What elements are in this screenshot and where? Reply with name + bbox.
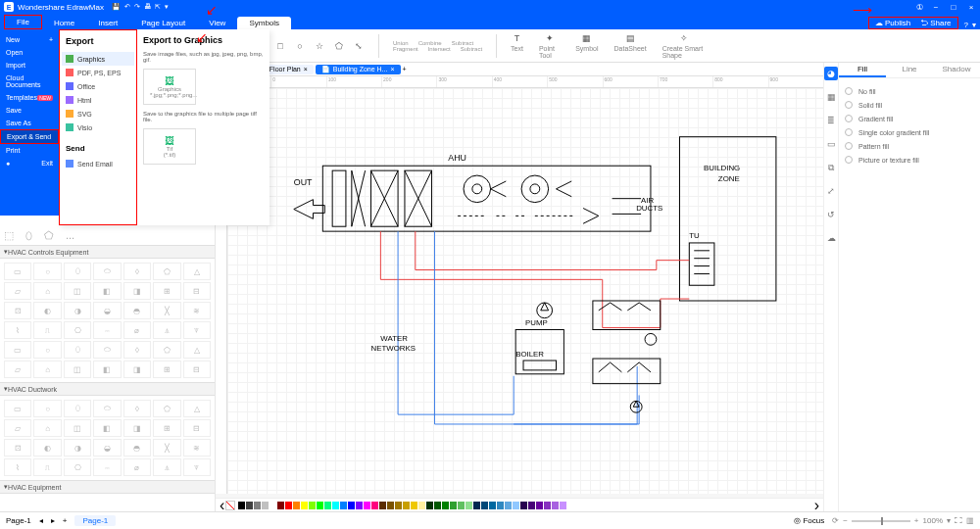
share-button[interactable]: ⮌Share xyxy=(916,18,955,28)
rail-history-icon[interactable]: ↺ xyxy=(824,208,838,221)
color-swatch[interactable] xyxy=(277,502,284,509)
backstage-open[interactable]: Open xyxy=(0,46,59,59)
fullscreen-icon[interactable]: ⛶ xyxy=(955,516,962,525)
color-swatch[interactable] xyxy=(364,502,370,509)
lib-shape-cell[interactable]: ⎓ xyxy=(93,458,121,476)
lib-shape-cell[interactable]: ⍋ xyxy=(153,458,180,476)
color-swatch[interactable] xyxy=(379,502,386,509)
publish-button[interactable]: ☁Publish xyxy=(871,18,914,28)
fill-opt-solid[interactable]: Solid fill xyxy=(845,98,974,112)
backstage-import[interactable]: Import xyxy=(0,59,59,72)
backstage-save[interactable]: Save xyxy=(0,104,59,117)
lib-shape-cell[interactable]: ◒ xyxy=(93,302,121,319)
lib-shape-cell[interactable]: ◫ xyxy=(64,361,91,378)
lib-shape-cell[interactable]: ⬭ xyxy=(93,400,121,417)
lib-shape-cell[interactable]: ⌀ xyxy=(123,321,151,339)
lib-shape-cell[interactable]: ⌇ xyxy=(4,321,31,339)
backstage-exit[interactable]: ● Exit xyxy=(0,157,59,169)
lib-shape-cell[interactable]: ⎔ xyxy=(64,321,91,339)
lib-shape-cell[interactable]: ◊ xyxy=(123,341,151,359)
color-swatch[interactable] xyxy=(254,502,261,509)
export-opt-html[interactable]: Html xyxy=(62,93,134,107)
color-swatch[interactable] xyxy=(270,502,276,509)
lib-shape-cell[interactable]: ◧ xyxy=(93,282,121,300)
close-icon[interactable]: × xyxy=(304,66,308,72)
color-swatch[interactable] xyxy=(340,502,347,509)
color-swatch[interactable] xyxy=(544,502,551,509)
qat-print-icon[interactable]: 🖶 xyxy=(144,3,151,11)
color-swatch[interactable] xyxy=(309,502,316,509)
add-page-button[interactable]: + xyxy=(63,516,68,525)
panels-icon[interactable]: ▥ xyxy=(966,516,974,525)
rail-style-icon[interactable]: ◕ xyxy=(824,67,838,80)
color-swatch[interactable] xyxy=(513,502,519,509)
lib-shape-cell[interactable]: ⬠ xyxy=(153,341,180,359)
export-opt-graphics[interactable]: Graphics xyxy=(62,52,134,66)
tab-insert[interactable]: Insert xyxy=(86,17,129,29)
shape-rect-icon[interactable]: □ xyxy=(274,40,286,52)
color-swatch[interactable] xyxy=(395,502,402,509)
datasheet-tool-icon[interactable]: ▤ xyxy=(624,32,636,44)
user-badge-icon[interactable]: ① xyxy=(916,3,923,12)
color-swatch[interactable] xyxy=(356,502,363,509)
lib-shape-cell[interactable]: ⌂ xyxy=(33,282,61,300)
lib-shape-cell[interactable]: ⌇ xyxy=(4,458,31,476)
fill-opt-gradient[interactable]: Gradient fill xyxy=(845,112,974,125)
rail-image-icon[interactable]: ▭ xyxy=(824,137,838,151)
recent-shape-icon[interactable]: ... xyxy=(66,229,74,241)
lib-shape-cell[interactable]: ⍒ xyxy=(183,458,211,476)
qat-undo-icon[interactable]: ↶ xyxy=(124,3,130,11)
color-swatch[interactable] xyxy=(403,502,410,509)
lib-shape-cell[interactable]: ⊟ xyxy=(183,282,211,300)
color-swatch[interactable] xyxy=(458,502,465,509)
lib-shape-cell[interactable]: ≋ xyxy=(183,302,211,319)
lib-shape-cell[interactable]: ◫ xyxy=(64,419,91,437)
color-swatch[interactable] xyxy=(426,502,433,509)
fill-opt-single-gradient[interactable]: Single color gradient fill xyxy=(845,125,974,139)
zoom-slider[interactable] xyxy=(852,520,910,522)
lib-shape-cell[interactable]: ⬭ xyxy=(93,263,121,280)
backstage-cloud[interactable]: Cloud Documents xyxy=(0,72,59,91)
lib-shape-cell[interactable]: ◫ xyxy=(64,282,91,300)
recent-shape-icon[interactable]: ⬚ xyxy=(4,229,14,242)
export-graphics-card[interactable]: 🖼 Graphics *.jpg;*.png;*.png... xyxy=(143,69,196,105)
export-opt-pdf[interactable]: PDF, PS, EPS xyxy=(62,66,134,79)
color-swatch[interactable] xyxy=(442,502,449,509)
focus-mode-button[interactable]: ◎ Focus xyxy=(794,516,824,525)
rail-expand-icon[interactable]: ⤢ xyxy=(824,184,838,198)
canvas[interactable]: OUT AHU AIR xyxy=(227,88,823,494)
lib-shape-cell[interactable]: ▱ xyxy=(4,361,31,378)
lib-shape-cell[interactable]: ⬠ xyxy=(153,400,180,417)
lib-shape-cell[interactable]: ▱ xyxy=(4,282,31,300)
lib-shape-cell[interactable]: ⬭ xyxy=(93,341,121,359)
lib-shape-cell[interactable]: ◊ xyxy=(123,400,151,417)
color-swatch[interactable] xyxy=(324,502,331,509)
color-swatch[interactable] xyxy=(262,502,269,509)
doc-tab-building[interactable]: 📄Building Zone H...× xyxy=(316,65,401,74)
lib-shape-cell[interactable]: ○ xyxy=(33,341,61,359)
fill-opt-pattern[interactable]: Pattern fill xyxy=(845,139,974,153)
lib-shape-cell[interactable]: ⊡ xyxy=(4,302,31,319)
lib-shape-cell[interactable]: ◑ xyxy=(64,439,91,457)
lib-cat-hvac-ductwork[interactable]: ▾ HVAC Ductwork xyxy=(0,382,215,396)
qat-more-icon[interactable]: ▾ xyxy=(165,3,169,11)
lib-shape-cell[interactable]: ⍒ xyxy=(183,321,211,339)
color-swatch[interactable] xyxy=(285,502,292,509)
color-swatch[interactable] xyxy=(246,502,253,509)
color-swatch[interactable] xyxy=(505,502,512,509)
window-close-button[interactable]: × xyxy=(966,3,976,12)
lib-shape-cell[interactable]: ⌂ xyxy=(33,361,61,378)
text-tool-icon[interactable]: T xyxy=(511,32,522,44)
lib-shape-cell[interactable]: ◓ xyxy=(123,439,151,457)
lib-shape-cell[interactable]: △ xyxy=(183,263,211,280)
prop-tab-shadow[interactable]: Shadow xyxy=(933,63,980,77)
fill-opt-picture[interactable]: Picture or texture fill xyxy=(845,153,974,167)
lib-shape-cell[interactable]: ⊟ xyxy=(183,361,211,378)
lib-shape-cell[interactable]: ○ xyxy=(33,263,61,280)
lib-shape-cell[interactable]: ⌀ xyxy=(123,458,151,476)
lib-shape-cell[interactable]: ⊡ xyxy=(4,439,31,457)
lib-shape-cell[interactable]: ◊ xyxy=(123,263,151,280)
color-swatch[interactable] xyxy=(301,502,308,509)
lib-shape-cell[interactable]: ◨ xyxy=(123,419,151,437)
backstage-print[interactable]: Print xyxy=(0,144,59,157)
